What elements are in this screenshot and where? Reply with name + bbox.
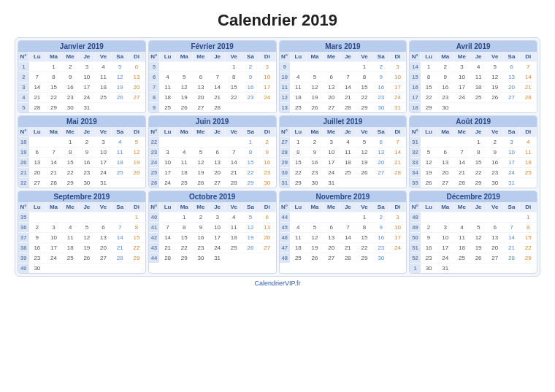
week-number: 1 xyxy=(410,264,421,274)
day-header: Sa xyxy=(112,127,129,137)
day-cell: 16 xyxy=(307,158,324,168)
day-cell: 4 xyxy=(112,137,129,147)
day-cell xyxy=(129,178,145,188)
day-header: Sa xyxy=(112,202,129,212)
day-header: Sa xyxy=(372,127,389,137)
day-cell: 22 xyxy=(62,168,79,178)
day-cell: 18 xyxy=(340,158,356,168)
day-cell: 18 xyxy=(290,93,307,103)
week-number: 25 xyxy=(149,168,160,178)
day-cell: 7 xyxy=(29,72,46,82)
day-cell: 24 xyxy=(323,168,340,178)
day-cell: 14 xyxy=(340,233,356,243)
day-cell xyxy=(453,264,470,274)
day-header: Di xyxy=(259,52,275,62)
day-cell: 21 xyxy=(209,93,226,103)
day-cell: 15 xyxy=(356,233,373,243)
day-header: Ma xyxy=(437,52,453,62)
day-cell: 12 xyxy=(307,233,324,243)
day-cell: 7 xyxy=(45,147,62,158)
day-cell xyxy=(486,212,503,223)
day-cell: 1 xyxy=(45,62,62,72)
day-header: Me xyxy=(453,127,470,137)
day-cell: 7 xyxy=(209,72,226,82)
day-cell: 20 xyxy=(193,93,210,103)
day-cell: 22 xyxy=(176,243,193,253)
day-cell: 5 xyxy=(307,72,324,82)
week-number: 39 xyxy=(18,253,29,264)
day-cell: 2 xyxy=(437,62,453,72)
week-number: 32 xyxy=(410,147,421,158)
day-cell: 28 xyxy=(340,103,356,113)
day-cell: 7 xyxy=(520,62,537,72)
day-cell: 18 xyxy=(62,243,79,253)
day-cell: 18 xyxy=(159,93,176,103)
day-cell: 23 xyxy=(372,93,389,103)
day-header: Je xyxy=(209,127,226,137)
day-cell: 7 xyxy=(159,223,176,233)
day-header: Ve xyxy=(226,127,242,137)
day-cell: 9 xyxy=(193,223,210,233)
week-number: 18 xyxy=(410,103,421,113)
day-cell: 29 xyxy=(129,253,145,264)
day-cell: 30 xyxy=(62,103,79,113)
day-header: Ma xyxy=(45,52,62,62)
day-header: Je xyxy=(340,202,356,212)
day-cell: 8 xyxy=(356,223,373,233)
day-header: N° xyxy=(410,127,421,137)
day-cell: 10 xyxy=(503,147,520,158)
day-cell: 5 xyxy=(307,223,324,233)
day-cell: 15 xyxy=(421,82,437,93)
day-cell: 2 xyxy=(372,62,389,72)
day-cell: 23 xyxy=(242,93,259,103)
day-cell: 8 xyxy=(421,72,437,82)
day-header: Lu xyxy=(421,52,437,62)
day-cell: 8 xyxy=(242,147,259,158)
day-cell: 27 xyxy=(323,253,340,264)
month-card: Novembre 2019N°LuMaMeJeVeSaDi44123454567… xyxy=(279,191,407,274)
day-cell xyxy=(29,62,46,72)
day-cell: 11 xyxy=(226,223,242,233)
day-cell: 4 xyxy=(95,62,112,72)
day-cell: 13 xyxy=(95,233,112,243)
day-cell: 12 xyxy=(356,147,373,158)
day-cell: 7 xyxy=(226,147,242,158)
day-cell: 4 xyxy=(226,212,242,223)
day-header: N° xyxy=(280,127,291,137)
day-cell: 23 xyxy=(372,243,389,253)
day-cell: 1 xyxy=(356,62,373,72)
month-title: Janvier 2019 xyxy=(18,41,145,52)
day-cell: 11 xyxy=(95,72,112,82)
day-cell: 1 xyxy=(176,212,193,223)
day-cell xyxy=(226,137,242,147)
day-cell: 7 xyxy=(503,223,520,233)
day-cell: 23 xyxy=(79,168,96,178)
day-cell: 25 xyxy=(290,103,307,113)
day-cell: 26 xyxy=(307,103,324,113)
day-cell: 24 xyxy=(437,253,453,264)
day-cell: 15 xyxy=(470,158,487,168)
day-cell: 14 xyxy=(340,82,356,93)
month-title: Mai 2019 xyxy=(18,116,145,127)
day-cell: 19 xyxy=(307,243,324,253)
day-cell: 25 xyxy=(95,93,112,103)
day-cell: 14 xyxy=(503,233,520,243)
day-header: Di xyxy=(389,202,406,212)
week-number: 51 xyxy=(410,243,421,253)
day-cell: 27 xyxy=(323,103,340,113)
week-number: 28 xyxy=(280,147,291,158)
day-cell: 13 xyxy=(372,147,389,158)
day-cell: 1 xyxy=(290,137,307,147)
day-cell: 23 xyxy=(486,168,503,178)
month-title: Octobre 2019 xyxy=(149,191,276,202)
day-cell: 14 xyxy=(226,158,242,168)
day-cell xyxy=(340,178,356,188)
day-cell: 2 xyxy=(307,137,324,147)
day-cell xyxy=(389,253,406,264)
day-cell: 23 xyxy=(62,93,79,103)
day-cell: 7 xyxy=(340,72,356,82)
day-cell: 4 xyxy=(340,137,356,147)
day-cell: 28 xyxy=(453,178,470,188)
day-cell: 15 xyxy=(45,82,62,93)
day-cell: 31 xyxy=(437,264,453,274)
